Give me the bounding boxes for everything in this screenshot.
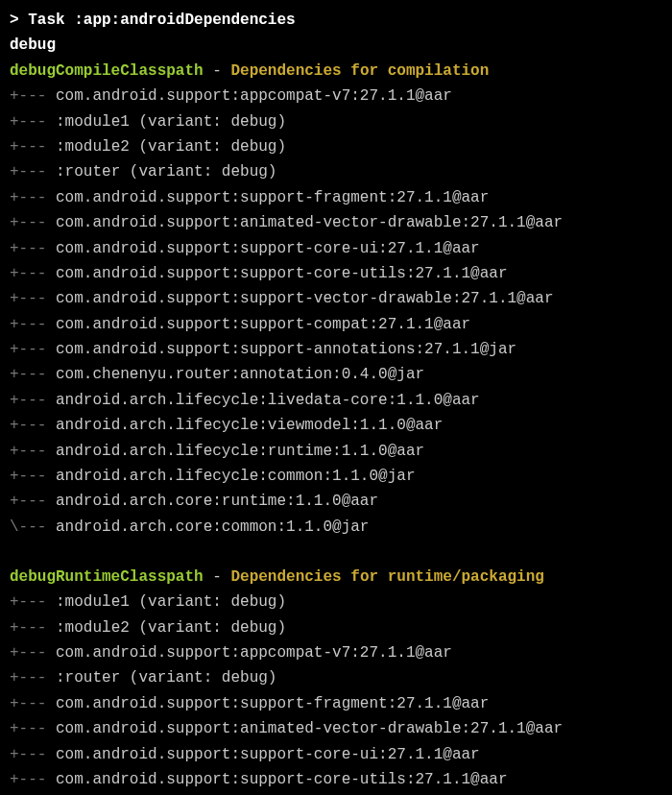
tree-prefix: +--- <box>10 669 56 687</box>
dependency-text: com.android.support:support-core-utils:2… <box>56 265 507 282</box>
dependency-line: +--- android.arch.core:runtime:1.1.0@aar <box>10 489 662 514</box>
dependency-line: +--- :router (variant: debug) <box>10 665 662 690</box>
task-name: Task :app:androidDependencies <box>28 12 295 29</box>
dependency-text: :module2 (variant: debug) <box>56 619 286 637</box>
dependency-text: android.arch.lifecycle:common:1.1.0@jar <box>56 468 415 485</box>
dependency-line: +--- com.android.support:animated-vector… <box>10 210 662 235</box>
debug-header: debug <box>10 33 662 58</box>
tree-prefix: +--- <box>10 240 56 257</box>
tree-prefix: +--- <box>10 644 56 662</box>
dependency-line: +--- android.arch.lifecycle:livedata-cor… <box>10 388 662 413</box>
dependency-line: +--- com.android.support:support-vector-… <box>10 286 662 311</box>
dependency-line: +--- :module1 (variant: debug) <box>10 109 662 134</box>
tree-prefix: +--- <box>10 593 56 611</box>
dependency-line: +--- com.android.support:appcompat-v7:27… <box>10 84 662 108</box>
tree-prefix: +--- <box>10 771 56 788</box>
dependency-text: com.android.support:support-fragment:27.… <box>56 189 489 206</box>
dependency-text: com.android.support:support-core-ui:27.1… <box>56 240 480 257</box>
dependency-line: +--- :router (variant: debug) <box>10 159 662 184</box>
tree-prefix: +--- <box>10 189 56 206</box>
dependency-line: +--- com.chenenyu.router:annotation:0.4.… <box>10 362 662 387</box>
section1-dependency-list: +--- com.android.support:appcompat-v7:27… <box>10 84 662 540</box>
dependency-line: +--- :module2 (variant: debug) <box>10 615 662 640</box>
dependency-line: +--- com.android.support:support-core-ut… <box>10 261 662 286</box>
dependency-text: com.android.support:animated-vector-draw… <box>56 214 563 231</box>
dependency-line: +--- :module2 (variant: debug) <box>10 134 662 159</box>
section2-title: debugRuntimeClasspath <box>10 568 204 586</box>
dependency-text: com.android.support:support-vector-drawa… <box>56 290 553 307</box>
dependency-text: :router (variant: debug) <box>56 163 276 181</box>
tree-prefix: +--- <box>10 468 56 485</box>
dependency-text: :module2 (variant: debug) <box>56 138 286 156</box>
tree-prefix: +--- <box>10 746 56 763</box>
dependency-line: +--- com.android.support:animated-vector… <box>10 716 662 741</box>
tree-prefix: +--- <box>10 316 56 333</box>
tree-prefix: +--- <box>10 443 56 460</box>
prompt-symbol: > <box>10 12 28 29</box>
dependency-line: +--- android.arch.lifecycle:runtime:1.1.… <box>10 439 662 464</box>
tree-prefix: +--- <box>10 113 56 131</box>
tree-prefix: +--- <box>10 366 56 383</box>
dependency-text: android.arch.core:runtime:1.1.0@aar <box>56 493 378 510</box>
dependency-text: :module1 (variant: debug) <box>56 113 286 131</box>
dependency-line: +--- :module1 (variant: debug) <box>10 590 662 614</box>
tree-prefix: +--- <box>10 493 56 510</box>
blank-line <box>10 540 662 565</box>
tree-prefix: +--- <box>10 87 56 105</box>
dependency-line: +--- android.arch.lifecycle:common:1.1.0… <box>10 464 662 489</box>
section2-dash: - <box>204 568 231 586</box>
task-header-line: > Task :app:androidDependencies <box>10 8 662 33</box>
tree-prefix: +--- <box>10 695 56 712</box>
tree-prefix: +--- <box>10 619 56 637</box>
dependency-line: +--- com.android.support:support-fragmen… <box>10 691 662 716</box>
dependency-line: \--- android.arch.core:common:1.1.0@jar <box>10 515 662 540</box>
section1-header: debugCompileClasspath - Dependencies for… <box>10 59 662 84</box>
section2-header: debugRuntimeClasspath - Dependencies for… <box>10 565 662 590</box>
tree-prefix: +--- <box>10 341 56 358</box>
dependency-line: +--- com.android.support:support-core-ut… <box>10 767 662 792</box>
section1-dash: - <box>204 62 231 80</box>
dependency-text: com.chenenyu.router:annotation:0.4.0@jar <box>56 366 424 383</box>
dependency-line: +--- com.android.support:support-fragmen… <box>10 185 662 210</box>
tree-prefix: +--- <box>10 214 56 231</box>
dependency-line: +--- com.android.support:support-core-ui… <box>10 742 662 767</box>
dependency-text: com.android.support:appcompat-v7:27.1.1@… <box>56 87 452 105</box>
dependency-text: com.android.support:support-core-utils:2… <box>56 771 507 788</box>
tree-prefix: +--- <box>10 265 56 282</box>
dependency-text: :router (variant: debug) <box>56 669 276 687</box>
section2-dependency-list: +--- :module1 (variant: debug)+--- :modu… <box>10 590 662 792</box>
section1-desc: Dependencies for compilation <box>230 62 489 80</box>
section2-desc: Dependencies for runtime/packaging <box>230 568 543 586</box>
tree-prefix: +--- <box>10 290 56 307</box>
dependency-text: com.android.support:support-annotations:… <box>56 341 516 358</box>
dependency-text: :module1 (variant: debug) <box>56 593 286 611</box>
dependency-text: android.arch.core:common:1.1.0@jar <box>56 518 369 536</box>
dependency-line: +--- com.android.support:appcompat-v7:27… <box>10 640 662 665</box>
dependency-line: +--- com.android.support:support-annotat… <box>10 337 662 362</box>
dependency-text: com.android.support:support-compat:27.1.… <box>56 316 470 333</box>
dependency-text: android.arch.lifecycle:runtime:1.1.0@aar <box>56 443 424 460</box>
tree-prefix: +--- <box>10 417 56 434</box>
tree-prefix: +--- <box>10 163 56 181</box>
dependency-line: +--- android.arch.lifecycle:viewmodel:1.… <box>10 413 662 438</box>
dependency-line: +--- com.android.support:support-compat:… <box>10 312 662 337</box>
dependency-line: +--- com.android.support:support-core-ui… <box>10 236 662 261</box>
dependency-text: android.arch.lifecycle:livedata-core:1.1… <box>56 392 480 409</box>
dependency-text: com.android.support:support-core-ui:27.1… <box>56 746 480 763</box>
section1-title: debugCompileClasspath <box>10 62 204 80</box>
dependency-text: com.android.support:support-fragment:27.… <box>56 695 489 712</box>
tree-prefix: +--- <box>10 138 56 156</box>
dependency-text: android.arch.lifecycle:viewmodel:1.1.0@a… <box>56 417 443 434</box>
tree-prefix: \--- <box>10 518 56 536</box>
tree-prefix: +--- <box>10 720 56 737</box>
dependency-text: com.android.support:appcompat-v7:27.1.1@… <box>56 644 452 662</box>
tree-prefix: +--- <box>10 392 56 409</box>
dependency-text: com.android.support:animated-vector-draw… <box>56 720 563 737</box>
